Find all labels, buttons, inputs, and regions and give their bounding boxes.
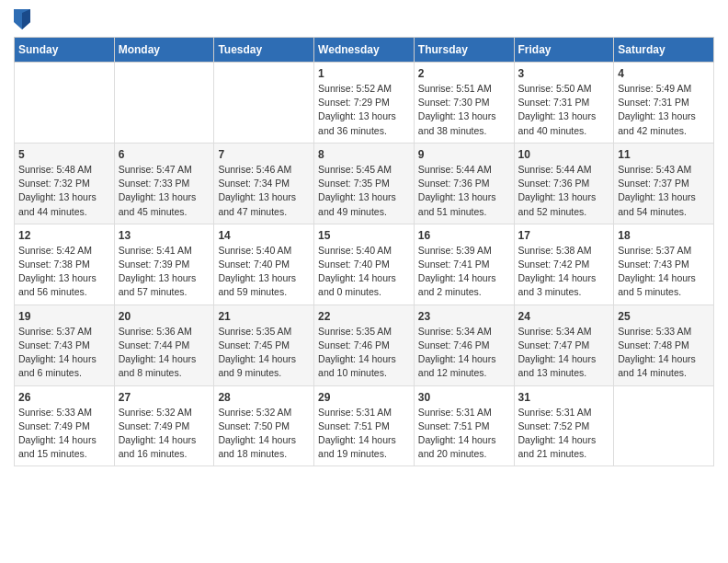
day-number: 11	[618, 148, 710, 161]
day-number: 16	[418, 229, 510, 242]
day-cell: 6Sunrise: 5:47 AM Sunset: 7:33 PM Daylig…	[114, 143, 214, 224]
column-header-thursday: Thursday	[414, 38, 514, 63]
day-cell: 23Sunrise: 5:34 AM Sunset: 7:46 PM Dayli…	[414, 304, 514, 385]
day-cell: 16Sunrise: 5:39 AM Sunset: 7:41 PM Dayli…	[414, 224, 514, 304]
column-header-friday: Friday	[514, 38, 614, 63]
day-info: Sunrise: 5:51 AM Sunset: 7:30 PM Dayligh…	[418, 82, 510, 138]
column-header-monday: Monday	[114, 38, 214, 63]
day-number: 12	[18, 229, 110, 242]
day-number: 13	[119, 229, 210, 242]
day-number: 21	[218, 310, 310, 323]
day-info: Sunrise: 5:38 AM Sunset: 7:42 PM Dayligh…	[518, 244, 610, 300]
day-info: Sunrise: 5:46 AM Sunset: 7:34 PM Dayligh…	[218, 163, 310, 219]
day-number: 3	[518, 67, 610, 80]
day-cell: 9Sunrise: 5:44 AM Sunset: 7:36 PM Daylig…	[414, 143, 514, 224]
day-info: Sunrise: 5:33 AM Sunset: 7:48 PM Dayligh…	[618, 325, 710, 381]
day-cell: 8Sunrise: 5:45 AM Sunset: 7:35 PM Daylig…	[314, 143, 415, 224]
day-cell: 4Sunrise: 5:49 AM Sunset: 7:31 PM Daylig…	[614, 63, 714, 144]
day-cell	[15, 63, 115, 144]
day-cell	[614, 385, 714, 466]
day-cell: 1Sunrise: 5:52 AM Sunset: 7:29 PM Daylig…	[314, 63, 415, 144]
page-header	[14, 9, 714, 29]
day-info: Sunrise: 5:44 AM Sunset: 7:36 PM Dayligh…	[418, 163, 510, 219]
week-row-4: 19Sunrise: 5:37 AM Sunset: 7:43 PM Dayli…	[15, 304, 714, 385]
day-number: 9	[418, 148, 510, 161]
day-cell: 24Sunrise: 5:34 AM Sunset: 7:47 PM Dayli…	[514, 304, 614, 385]
calendar-table: SundayMondayTuesdayWednesdayThursdayFrid…	[14, 37, 714, 466]
day-cell: 14Sunrise: 5:40 AM Sunset: 7:40 PM Dayli…	[214, 224, 314, 304]
day-cell: 26Sunrise: 5:33 AM Sunset: 7:49 PM Dayli…	[15, 385, 115, 466]
day-cell: 5Sunrise: 5:48 AM Sunset: 7:32 PM Daylig…	[15, 143, 115, 224]
day-info: Sunrise: 5:37 AM Sunset: 7:43 PM Dayligh…	[18, 325, 110, 381]
column-header-wednesday: Wednesday	[314, 38, 415, 63]
day-number: 1	[318, 67, 410, 80]
day-info: Sunrise: 5:37 AM Sunset: 7:43 PM Dayligh…	[618, 244, 710, 300]
day-info: Sunrise: 5:42 AM Sunset: 7:38 PM Dayligh…	[18, 244, 110, 300]
day-cell: 17Sunrise: 5:38 AM Sunset: 7:42 PM Dayli…	[514, 224, 614, 304]
day-number: 19	[18, 310, 110, 323]
day-number: 31	[518, 391, 610, 404]
week-row-5: 26Sunrise: 5:33 AM Sunset: 7:49 PM Dayli…	[15, 385, 714, 466]
day-cell: 11Sunrise: 5:43 AM Sunset: 7:37 PM Dayli…	[614, 143, 714, 224]
day-number: 4	[618, 67, 710, 80]
day-info: Sunrise: 5:40 AM Sunset: 7:40 PM Dayligh…	[318, 244, 410, 300]
day-number: 5	[18, 148, 110, 161]
day-cell	[214, 63, 314, 144]
day-number: 14	[218, 229, 310, 242]
day-info: Sunrise: 5:43 AM Sunset: 7:37 PM Dayligh…	[618, 163, 710, 219]
day-number: 22	[318, 310, 410, 323]
day-info: Sunrise: 5:34 AM Sunset: 7:47 PM Dayligh…	[518, 325, 610, 381]
day-info: Sunrise: 5:33 AM Sunset: 7:49 PM Dayligh…	[18, 406, 110, 462]
column-header-saturday: Saturday	[614, 38, 714, 63]
day-cell: 13Sunrise: 5:41 AM Sunset: 7:39 PM Dayli…	[114, 224, 214, 304]
day-cell: 3Sunrise: 5:50 AM Sunset: 7:31 PM Daylig…	[514, 63, 614, 144]
day-cell: 18Sunrise: 5:37 AM Sunset: 7:43 PM Dayli…	[614, 224, 714, 304]
logo	[14, 9, 34, 29]
day-info: Sunrise: 5:52 AM Sunset: 7:29 PM Dayligh…	[318, 82, 410, 138]
day-info: Sunrise: 5:44 AM Sunset: 7:36 PM Dayligh…	[518, 163, 610, 219]
day-cell: 21Sunrise: 5:35 AM Sunset: 7:45 PM Dayli…	[214, 304, 314, 385]
day-number: 27	[119, 391, 210, 404]
week-row-3: 12Sunrise: 5:42 AM Sunset: 7:38 PM Dayli…	[15, 224, 714, 304]
day-number: 8	[318, 148, 410, 161]
day-info: Sunrise: 5:50 AM Sunset: 7:31 PM Dayligh…	[518, 82, 610, 138]
day-cell: 2Sunrise: 5:51 AM Sunset: 7:30 PM Daylig…	[414, 63, 514, 144]
day-info: Sunrise: 5:39 AM Sunset: 7:41 PM Dayligh…	[418, 244, 510, 300]
day-cell: 7Sunrise: 5:46 AM Sunset: 7:34 PM Daylig…	[214, 143, 314, 224]
day-cell: 31Sunrise: 5:31 AM Sunset: 7:52 PM Dayli…	[514, 385, 614, 466]
day-number: 24	[518, 310, 610, 323]
day-info: Sunrise: 5:41 AM Sunset: 7:39 PM Dayligh…	[119, 244, 210, 300]
day-number: 28	[218, 391, 310, 404]
day-cell	[114, 63, 214, 144]
day-number: 7	[218, 148, 310, 161]
day-number: 17	[518, 229, 610, 242]
day-number: 2	[418, 67, 510, 80]
day-info: Sunrise: 5:32 AM Sunset: 7:49 PM Dayligh…	[119, 406, 210, 462]
day-info: Sunrise: 5:32 AM Sunset: 7:50 PM Dayligh…	[218, 406, 310, 462]
day-number: 10	[518, 148, 610, 161]
day-info: Sunrise: 5:47 AM Sunset: 7:33 PM Dayligh…	[119, 163, 210, 219]
day-cell: 19Sunrise: 5:37 AM Sunset: 7:43 PM Dayli…	[15, 304, 115, 385]
day-info: Sunrise: 5:31 AM Sunset: 7:51 PM Dayligh…	[418, 406, 510, 462]
column-header-sunday: Sunday	[15, 38, 115, 63]
day-info: Sunrise: 5:35 AM Sunset: 7:46 PM Dayligh…	[318, 325, 410, 381]
day-info: Sunrise: 5:31 AM Sunset: 7:52 PM Dayligh…	[518, 406, 610, 462]
day-cell: 12Sunrise: 5:42 AM Sunset: 7:38 PM Dayli…	[15, 224, 115, 304]
day-info: Sunrise: 5:31 AM Sunset: 7:51 PM Dayligh…	[318, 406, 410, 462]
day-number: 25	[618, 310, 710, 323]
day-info: Sunrise: 5:36 AM Sunset: 7:44 PM Dayligh…	[119, 325, 210, 381]
day-number: 30	[418, 391, 510, 404]
week-row-1: 1Sunrise: 5:52 AM Sunset: 7:29 PM Daylig…	[15, 63, 714, 144]
day-number: 29	[318, 391, 410, 404]
logo-icon	[14, 9, 30, 29]
day-number: 18	[618, 229, 710, 242]
day-number: 20	[119, 310, 210, 323]
day-info: Sunrise: 5:48 AM Sunset: 7:32 PM Dayligh…	[18, 163, 110, 219]
day-number: 15	[318, 229, 410, 242]
day-cell: 29Sunrise: 5:31 AM Sunset: 7:51 PM Dayli…	[314, 385, 415, 466]
day-cell: 27Sunrise: 5:32 AM Sunset: 7:49 PM Dayli…	[114, 385, 214, 466]
day-cell: 15Sunrise: 5:40 AM Sunset: 7:40 PM Dayli…	[314, 224, 415, 304]
day-number: 23	[418, 310, 510, 323]
day-number: 26	[18, 391, 110, 404]
day-cell: 30Sunrise: 5:31 AM Sunset: 7:51 PM Dayli…	[414, 385, 514, 466]
